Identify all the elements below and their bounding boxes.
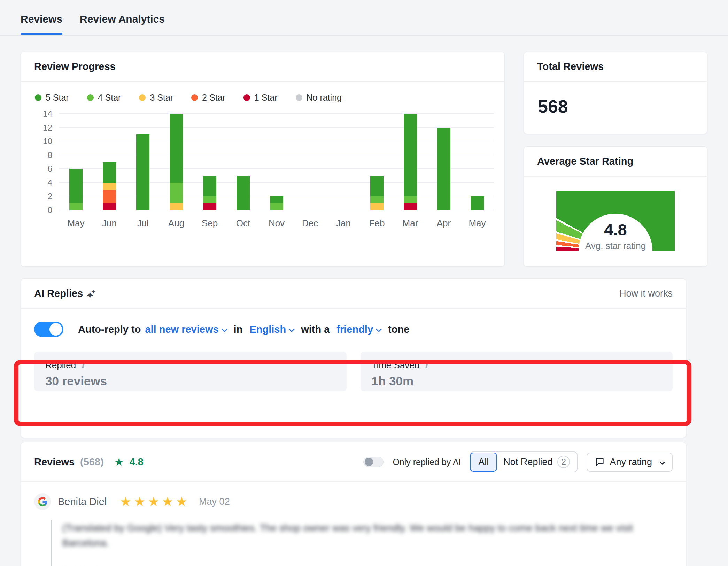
review-text-blurred: (Translated by Google) Very tasty smooth… [62, 520, 668, 550]
bar-segment-5-star [370, 176, 384, 196]
x-axis-label: Dec [293, 218, 327, 229]
google-source-icon [34, 493, 51, 510]
y-axis-label: 6 [34, 164, 52, 174]
bar-segment-1-star [103, 203, 116, 210]
legend-item: 4 Star [87, 93, 121, 103]
chevron-down-icon [288, 326, 295, 332]
page: ReviewsReview Analytics Review Progress … [0, 0, 728, 566]
y-axis-label: 12 [34, 123, 52, 133]
x-axis-label: Mar [394, 218, 427, 229]
y-axis-label: 4 [34, 178, 52, 188]
only-ai-label: Only replied by AI [393, 457, 461, 467]
legend-item: 1 Star [243, 93, 278, 103]
reviews-count: (568) [80, 456, 104, 468]
x-axis-label: Sep [193, 218, 226, 229]
y-axis-label: 0 [34, 205, 52, 215]
bar-segment-5-star [404, 114, 417, 196]
filter-all-button[interactable]: All [470, 453, 497, 472]
bar-segment-5-star [103, 162, 116, 183]
bar-may-0[interactable] [59, 114, 93, 210]
review-progress-header: Review Progress [21, 52, 504, 82]
average-star-rating-card: Average Star Rating 4.8 Avg. star rating [524, 146, 707, 267]
review-progress-chart: 02468101214 MayJunJulAugSepOctNovDecJanF… [21, 105, 504, 229]
bar-mar-10[interactable] [394, 114, 427, 210]
average-star-rating-header: Average Star Rating [524, 147, 707, 177]
x-axis-label: Feb [360, 218, 394, 229]
filter-not-replied-button[interactable]: Not Replied 2 [496, 452, 577, 472]
legend-label: 4 Star [98, 93, 121, 103]
bar-oct-5[interactable] [226, 114, 260, 210]
x-axis-label: May [59, 218, 93, 229]
x-axis-label: Jun [93, 218, 126, 229]
google-g-logo [38, 497, 47, 506]
bar-may-12[interactable] [460, 114, 494, 210]
bar-segment-5-star [237, 176, 250, 210]
bar-jul-2[interactable] [126, 114, 160, 210]
info-icon[interactable]: i [81, 360, 84, 370]
toggle-knob [49, 323, 62, 336]
y-axis-label: 2 [34, 191, 52, 201]
chevron-down-icon [660, 459, 665, 465]
total-reviews-value: 568 [524, 82, 707, 131]
speech-bubble-icon [595, 457, 605, 467]
bar-apr-11[interactable] [427, 114, 460, 210]
autoreply-with-label: with a [301, 324, 330, 335]
language-dropdown[interactable]: English [249, 324, 294, 335]
tabs: ReviewsReview Analytics [21, 13, 728, 35]
bar-segment-4-star [370, 196, 384, 203]
tone-dropdown[interactable]: friendly [336, 324, 381, 335]
gauge-value: 4.8 [556, 220, 675, 239]
x-axis-label: Jul [126, 218, 160, 229]
rating-filter-dropdown[interactable]: Any rating [587, 453, 673, 472]
info-icon[interactable]: i [424, 360, 428, 370]
bar-segment-5-star [136, 134, 149, 210]
bar-feb-9[interactable] [360, 114, 394, 210]
time-saved-value: 1h 30m [372, 374, 662, 388]
ai-replies-header: AI Replies ✦✦ How it works [21, 279, 686, 309]
bar-aug-3[interactable] [160, 114, 193, 210]
chevron-down-icon [221, 326, 227, 332]
legend-item: No rating [296, 93, 342, 103]
reviews-average: 4.8 [130, 456, 144, 468]
review-progress-card: Review Progress 5 Star4 Star3 Star2 Star… [21, 52, 505, 267]
x-axis-label: May [460, 218, 494, 229]
bar-jun-1[interactable] [93, 114, 126, 210]
average-star-rating-title: Average Star Rating [537, 156, 633, 167]
replied-stat-box: Replied i 30 reviews [34, 352, 347, 391]
bar-segment-5-star [471, 196, 484, 210]
bar-nov-6[interactable] [260, 114, 293, 210]
legend-dot-icon [243, 94, 250, 101]
how-it-works-link[interactable]: How it works [619, 288, 673, 299]
reviewer-name: Benita Diel [58, 496, 107, 508]
autoreply-prefix: Auto-reply to [78, 324, 141, 335]
bar-sep-4[interactable] [193, 114, 226, 210]
chart-plot-area: 02468101214 [59, 114, 494, 210]
chart-legend: 5 Star4 Star3 Star2 Star1 StarNo rating [21, 82, 504, 105]
bar-jan-8[interactable] [327, 114, 360, 210]
legend-dot-icon [35, 94, 41, 101]
bar-segment-2-star [103, 190, 116, 204]
not-replied-badge: 2 [557, 456, 570, 468]
legend-dot-icon [139, 94, 146, 101]
toggle-knob [365, 458, 373, 466]
gauge-caption: Avg. star rating [556, 241, 675, 251]
autoreply-toggle[interactable] [34, 322, 63, 337]
autoreply-in-label: in [234, 324, 243, 335]
only-ai-toggle[interactable] [363, 457, 384, 467]
scope-dropdown[interactable]: all new reviews [145, 324, 226, 335]
review-stars: ★★★★★ [120, 494, 190, 509]
replied-value: 30 reviews [45, 374, 335, 388]
x-axis-label: Jan [327, 218, 360, 229]
bar-segment-3-star [103, 183, 116, 190]
bar-segment-1-star [203, 203, 216, 210]
bar-segment-4-star [404, 196, 417, 203]
y-axis-label: 14 [34, 109, 52, 119]
ai-replies-card: AI Replies ✦✦ How it works Auto-reply to… [21, 278, 686, 438]
bar-dec-7[interactable] [293, 114, 327, 210]
tab-review-analytics[interactable]: Review Analytics [80, 13, 165, 35]
time-saved-stat-box: Time Saved i 1h 30m [361, 352, 673, 391]
ai-stats-row: Replied i 30 reviews Time Saved i 1h 30m [21, 352, 686, 391]
legend-label: No rating [307, 93, 342, 103]
x-axis-label: Apr [427, 218, 460, 229]
tab-reviews[interactable]: Reviews [21, 13, 62, 35]
